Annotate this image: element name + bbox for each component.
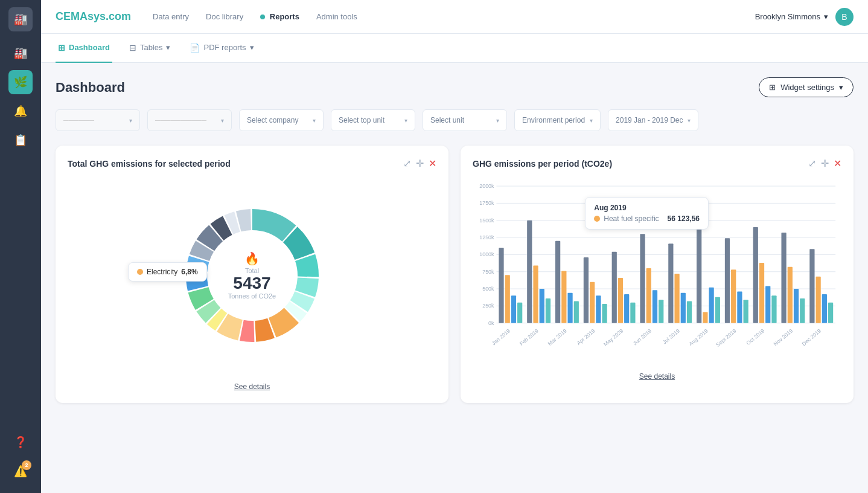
dashboard-tab-icon: ⊞ [58,43,65,53]
card-ghg-total-actions: ⤢ ✛ ✕ [403,158,436,169]
widget-settings-label: Widget settings [780,83,834,92]
svg-rect-38 [612,252,617,323]
svg-rect-35 [596,295,601,323]
card-ghg-period: GHG emissions per period (tCO2e) ⤢ ✛ ✕ A… [461,146,854,403]
tooltip-value: 6,8% [181,268,197,276]
user-name: Brooklyn Simmons [755,12,820,21]
leaf-icon: 🌿 [14,76,27,89]
svg-rect-18 [499,248,503,323]
sidebar-item-factory[interactable]: 🏭 [8,41,33,65]
nav-doc-library[interactable]: Doc library [206,12,243,21]
filter-1[interactable]: ────── ▾ [56,109,140,131]
logo: CEMAsys.com [56,10,131,23]
sidebar-logo: 🏭 [8,7,33,31]
svg-rect-40 [624,294,629,323]
tab-pdf-label: PDF reports [203,43,246,52]
filter-environment-period[interactable]: Environment period ▾ [514,109,601,131]
sidebar-item-alert[interactable]: 🔔 [8,99,33,123]
card-ghg-period-expand[interactable]: ⤢ [808,158,816,169]
svg-rect-51 [687,301,692,323]
chevron-down-icon: ▾ [824,12,828,21]
svg-rect-68 [781,233,786,323]
donut-center-label: Total [228,267,276,274]
tab-pdf-reports[interactable]: 📄 PDF reports ▾ [187,34,256,63]
factory-icon: 🏭 [14,47,27,60]
filter-date-range[interactable]: 2019 Jan - 2019 Dec ▾ [608,109,698,131]
svg-rect-71 [800,298,805,323]
svg-text:1250k: 1250k [479,234,494,240]
svg-rect-46 [659,300,663,323]
svg-rect-64 [759,263,764,323]
svg-text:Mar 2019: Mar 2019 [547,327,568,347]
svg-rect-31 [574,301,579,323]
filter-select-top-unit[interactable]: Select top unit ▾ [331,109,415,131]
svg-rect-43 [640,234,645,323]
bar-chart-tooltip-dot [594,216,600,222]
svg-rect-59 [731,269,736,323]
ghg-period-see-details-link[interactable]: See details [639,372,675,381]
card-ghg-period-title: GHG emissions per period (tCO2e) [473,159,612,169]
nav-reports-dot [260,14,265,19]
svg-rect-73 [809,249,814,323]
svg-rect-30 [567,293,572,323]
svg-text:May 2029: May 2029 [602,327,624,347]
user-menu[interactable]: Brooklyn Simmons ▾ [755,12,828,21]
filter-select-unit[interactable]: Select unit ▾ [423,109,507,131]
svg-rect-61 [744,300,748,323]
svg-rect-70 [794,289,799,323]
tab-tables[interactable]: ⊟ Tables ▾ [127,34,173,63]
user-avatar[interactable]: B [835,8,854,26]
svg-text:Oct 2019: Oct 2019 [745,327,765,346]
svg-rect-24 [533,265,538,323]
svg-rect-60 [737,292,742,323]
svg-rect-56 [715,297,720,323]
svg-text:500k: 500k [482,286,494,292]
svg-rect-69 [788,267,793,323]
donut-center-value: 5437 [228,274,276,293]
filter-1-chevron: ▾ [129,117,132,124]
svg-text:750k: 750k [482,269,494,275]
card-ghg-period-close[interactable]: ✕ [834,158,841,169]
donut-center-unit: Tonnes of CO2e [228,292,276,300]
card-ghg-total-expand[interactable]: ⤢ [403,158,411,169]
card-ghg-period-move[interactable]: ✛ [821,158,829,169]
svg-rect-66 [771,295,776,323]
nav-data-entry[interactable]: Data entry [153,12,189,21]
ghg-total-see-details: See details [68,382,436,391]
sidebar-item-leaf[interactable]: 🌿 [8,70,33,94]
svg-rect-45 [653,290,657,323]
svg-rect-28 [555,241,560,323]
filter-date-range-label: 2019 Jan - 2019 Dec [616,116,683,124]
filter-2-chevron: ▾ [221,117,224,124]
filter-date-chevron: ▾ [688,117,691,124]
tables-chevron-icon: ▾ [166,43,170,52]
ghg-total-see-details-link[interactable]: See details [234,382,270,391]
filter-company-chevron: ▾ [313,117,316,124]
donut-tooltip: Electricity 6,8% [128,262,207,282]
svg-rect-25 [540,289,544,323]
card-ghg-total-move[interactable]: ✛ [416,158,424,169]
donut-center: 🔥 Total 5437 Tonnes of CO2e [228,251,276,300]
filter-2-value: ────────── [155,116,206,124]
sidebar-item-clipboard[interactable]: 📋 [8,128,33,152]
widget-settings-button[interactable]: ⊞ Widget settings ▾ [759,77,854,97]
nav-reports[interactable]: Reports [260,12,299,21]
tooltip-dot [137,269,143,275]
svg-text:0k: 0k [488,320,494,326]
filters-bar: ────── ▾ ────────── ▾ Select company ▾ S… [56,109,854,131]
tables-tab-icon: ⊟ [129,43,136,53]
filter-2[interactable]: ────────── ▾ [147,109,232,131]
sidebar: 🏭 🏭 🌿 🔔 📋 ❓ ⚠️ 2 [0,0,41,417]
tab-dashboard[interactable]: ⊞ Dashboard [56,34,112,63]
bar-chart-container: Aug 2019 Heat fuel specific 56 123,56 0k… [473,179,841,362]
svg-rect-39 [618,278,623,323]
svg-rect-26 [546,298,550,323]
donut-container: Electricity 6,8% 🔥 Total 5437 Tonnes of … [68,179,436,372]
filter-unit-chevron: ▾ [496,117,499,124]
filter-select-company[interactable]: Select company ▾ [239,109,324,131]
main-content: ⊞ Dashboard ⊟ Tables ▾ 📄 PDF reports ▾ D… [41,0,868,417]
tab-dashboard-label: Dashboard [69,43,110,52]
nav-admin-tools[interactable]: Admin tools [316,12,357,21]
card-ghg-total-close[interactable]: ✕ [429,158,436,169]
filter-top-unit-chevron: ▾ [404,117,407,124]
